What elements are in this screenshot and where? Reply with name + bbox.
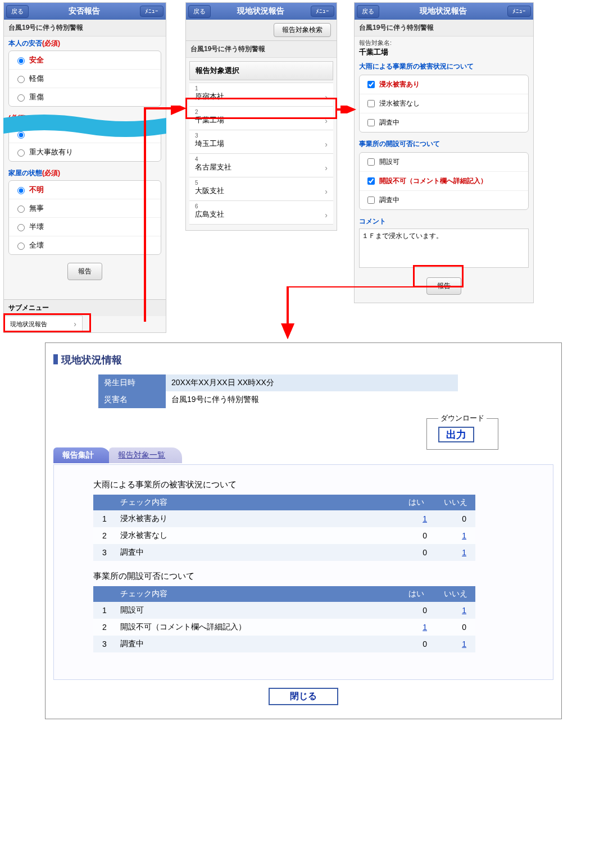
back-button[interactable]: 戻る [188,5,211,18]
chevron-right-icon: › [325,163,328,172]
tab-target-list[interactable]: 報告対象一覧 [109,447,182,463]
group1-label: 本人の安否(必須) [4,36,166,49]
tab-body: 大雨による事業所の被害状況について チェック内容はいいいえ1浸水被害あり102浸… [53,464,553,680]
count-link[interactable]: 1 [423,514,427,523]
back-button[interactable]: 戻る [357,5,379,18]
row1-td: 20XX年XX月XX日 XX時XX分 [166,374,458,391]
flow-arrow-1 [89,106,190,330]
count-link[interactable]: 1 [423,623,427,632]
target-value: 千葉工場 [355,47,533,60]
target-label: 報告対象名: [355,36,533,47]
table-row: 3調査中01 [93,544,475,561]
close-button[interactable]: 閉じる [269,688,338,705]
highlight-report-btn [413,265,464,287]
comment-label: コメント [355,214,533,227]
summary-panel: 現地状況情報 発生日時20XX年XX月XX日 XX時XX分 災害名台風19号に伴… [45,342,562,719]
tab-summary[interactable]: 報告集計 [53,447,111,463]
table-row: 1浸水被害あり10 [93,510,475,527]
menu-button[interactable]: ﾒﾆｭｰ [507,6,531,17]
checkbox-item[interactable]: 浸水被害なし [360,94,528,113]
highlight-chiba [185,98,337,119]
panel2-title: 現地状況報告 [237,6,284,16]
download-fieldset: ダウンロード 出力 [426,413,498,450]
chevron-right-icon: › [325,187,328,196]
sec1-title: 大雨による事業所の被害状況について [93,479,530,490]
flow-arrow-2 [336,106,358,113]
event-name: 台風19号に伴う特別警報 [4,20,166,36]
table-row: 3調査中01 [93,636,475,652]
download-button[interactable]: 出力 [438,427,474,442]
checkbox-item[interactable]: 開設不可（コメント欄へ詳細記入） [360,172,528,191]
check-table-2: チェック内容はいいいえ1開設可012開設不可（コメント欄へ詳細記入）103調査中… [93,586,475,652]
event-name: 台風19号に伴う特別警報 [355,20,533,36]
comment-textarea[interactable] [359,229,529,268]
checkbox-item[interactable]: 調査中 [360,191,528,209]
back-button[interactable]: 戻る [6,5,29,18]
list-item[interactable]: 6広島支社› [189,201,333,225]
count-link[interactable]: 1 [462,548,466,557]
checkbox-item[interactable]: 浸水被害あり [360,75,528,94]
count-link[interactable]: 1 [462,606,466,615]
tab-bar: 報告集計 報告対象一覧 [53,447,553,464]
row2-td: 台風19号に伴う特別警報 [166,391,458,408]
list-item[interactable]: 5大阪支社› [189,177,333,201]
search-target-button[interactable]: 報告対象検索 [274,23,331,37]
panel1-header: 戻る 安否報告 ﾒﾆｭｰ [4,3,166,20]
menu-button[interactable]: ﾒﾆｭｰ [140,6,164,17]
check-table-1: チェック内容はいいいえ1浸水被害あり102浸水被害なし013調査中01 [93,495,475,561]
radio-minor[interactable]: 軽傷 [9,70,161,88]
list-item[interactable]: 4名古屋支社› [189,154,333,177]
highlight-submenu [3,313,91,332]
panel2-header: 戻る 現地状況報告 ﾒﾆｭｰ [186,3,337,20]
chevron-right-icon: › [325,140,328,149]
table-row: 1開設可01 [93,602,475,619]
chevron-right-icon: › [325,211,328,220]
row2-th: 災害名 [98,391,166,408]
group1-list: 安全 軽傷 重傷 [8,51,161,107]
download-legend: ダウンロード [438,413,487,423]
flow-arrow-3b [281,286,427,342]
damage-group-label: 大雨による事業所の被害状況について [355,60,533,72]
sec2-title: 事業所の開設可否について [93,571,530,582]
table-row: 2浸水被害なし01 [93,527,475,544]
info-table: 発生日時20XX年XX月XX日 XX時XX分 災害名台風19号に伴う特別警報 [98,374,458,408]
radio-safe[interactable]: 安全 [9,51,161,70]
summary-title: 現地状況情報 [53,353,553,367]
open-group-label: 事業所の開設可否について [355,137,533,150]
panel1-title: 安否報告 [69,6,100,16]
count-link[interactable]: 1 [462,531,466,540]
list-header: 報告対象選択 [189,61,333,80]
checkbox-item[interactable]: 開設可 [360,153,528,172]
field-report-panel: 戻る 現地状況報告 ﾒﾆｭｰ 台風19号に伴う特別警報 報告対象名: 千葉工場 … [354,2,534,303]
event-name: 台風19号に伴う特別警報 [186,41,337,58]
radio-serious[interactable]: 重傷 [9,88,161,106]
list-item[interactable]: 3埼玉工場› [189,130,333,154]
table-row: 2開設不可（コメント欄へ詳細記入）10 [93,619,475,636]
row1-th: 発生日時 [98,374,166,391]
count-link[interactable]: 1 [462,639,466,648]
panel3-header: 戻る 現地状況報告 ﾒﾆｭｰ [355,3,533,20]
menu-button[interactable]: ﾒﾆｭｰ [311,6,334,17]
panel3-title: 現地状況報告 [420,6,467,16]
checkbox-item[interactable]: 調査中 [360,113,528,132]
